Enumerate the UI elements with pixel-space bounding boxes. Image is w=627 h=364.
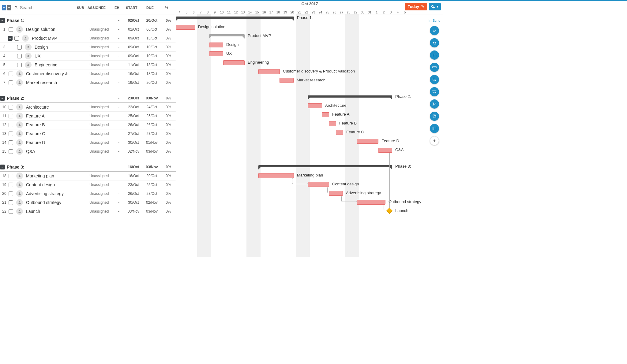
expand-all-button[interactable]: ＋ (2, 5, 6, 10)
undo-button[interactable] (430, 38, 439, 47)
assignee-avatar[interactable] (25, 44, 32, 50)
assignee-avatar[interactable] (16, 139, 23, 146)
task-row[interactable]: －Product MVPUnassigned-09/Oct13/Oct0% (0, 34, 176, 43)
zoom-button[interactable] (430, 75, 439, 84)
baseline-button[interactable] (430, 50, 439, 60)
assignee-avatar[interactable] (22, 35, 29, 42)
fit-button[interactable] (430, 87, 439, 96)
task-checkbox[interactable] (9, 191, 13, 196)
task-row[interactable]: 15Q&AUnassigned-02/Nov03/Nov0% (0, 147, 176, 156)
gantt-task-bar[interactable] (329, 121, 336, 126)
assignee-avatar[interactable] (16, 70, 23, 77)
ruler-button[interactable] (430, 63, 439, 72)
task-row[interactable]: 5EngineeringUnassigned-11/Oct13/Oct0% (0, 61, 176, 69)
gantt-group-bar[interactable] (258, 165, 392, 167)
task-row[interactable]: 20Advertising strategyUnassigned-26/Oct2… (0, 189, 176, 198)
task-row[interactable]: 11Feature AUnassigned-25/Oct25/Oct0% (0, 112, 176, 121)
task-checkbox[interactable] (17, 63, 22, 67)
assignee-avatar[interactable] (16, 26, 23, 33)
gantt-task-bar[interactable] (258, 69, 280, 74)
gantt-chart[interactable]: Today ▼ Oct 2017 45678910111213141516171… (176, 1, 443, 257)
gantt-task-bar[interactable] (378, 148, 392, 153)
collapse-all-button[interactable]: － (7, 5, 11, 10)
task-row[interactable]: 21Outbound strategyUnassigned-30/Oct02/N… (0, 198, 176, 207)
task-checkbox[interactable] (9, 183, 13, 187)
col-pct[interactable]: % (159, 5, 174, 10)
collapse-icon[interactable]: － (0, 96, 5, 101)
task-row[interactable]: 7Market researchUnassigned-19/Oct20/Oct0… (0, 78, 176, 87)
task-checkbox[interactable] (14, 36, 19, 41)
task-checkbox[interactable] (9, 149, 13, 154)
col-eh[interactable]: EH (111, 5, 122, 10)
dependencies-button[interactable] (430, 99, 439, 109)
assignee-avatar[interactable] (16, 181, 23, 188)
task-row[interactable]: 1Design solutionUnassigned-02/Oct06/Oct0… (0, 25, 176, 34)
gantt-task-bar[interactable] (176, 25, 195, 30)
task-row[interactable]: 19Content designUnassigned-23/Oct25/Oct0… (0, 180, 176, 189)
gantt-group-bar[interactable] (176, 17, 294, 19)
assignee-avatar[interactable] (16, 190, 23, 197)
col-start[interactable]: START (122, 5, 141, 10)
assignee-avatar[interactable] (16, 79, 23, 86)
assignee-avatar[interactable] (16, 121, 23, 128)
assignee-avatar[interactable] (25, 61, 32, 68)
collapse-icon[interactable]: － (0, 18, 5, 23)
assignee-avatar[interactable] (16, 113, 23, 119)
task-row[interactable]: 18Marketing planUnassigned-16/Oct20/Oct0… (0, 172, 176, 180)
copy-button[interactable] (430, 112, 439, 121)
assignee-avatar[interactable] (16, 148, 23, 155)
gantt-task-bar[interactable] (308, 182, 329, 187)
task-row[interactable]: 12Feature BUnassigned-26/Oct26/Oct0% (0, 121, 176, 129)
task-checkbox[interactable] (9, 200, 13, 205)
gantt-task-bar[interactable] (357, 139, 378, 144)
task-checkbox[interactable] (9, 27, 13, 32)
gantt-task-bar[interactable] (258, 173, 294, 178)
task-row[interactable]: 3DesignUnassigned-09/Oct10/Oct0% (0, 43, 176, 52)
group-row[interactable]: －Phase 3:-16/Oct03/Nov0% (0, 163, 176, 172)
group-row[interactable]: －Phase 1:-02/Oct20/Oct0% (0, 16, 176, 25)
task-checkbox[interactable] (9, 80, 13, 85)
assignee-avatar[interactable] (16, 130, 23, 137)
gantt-task-bar[interactable] (209, 51, 223, 56)
task-checkbox[interactable] (17, 54, 22, 58)
group-row[interactable]: －Phase 2:-23/Oct03/Nov0% (0, 94, 176, 103)
collapse-icon[interactable]: － (8, 36, 13, 41)
task-row[interactable]: 4UXUnassigned-09/Oct10/Oct0% (0, 52, 176, 61)
task-checkbox[interactable] (9, 209, 13, 214)
gantt-subgroup-bar[interactable] (209, 34, 245, 36)
search-input[interactable] (20, 5, 73, 10)
gantt-task-bar[interactable] (357, 200, 385, 205)
col-assignee[interactable]: ASSIGNEE (88, 5, 111, 10)
task-checkbox[interactable] (9, 123, 13, 127)
gantt-task-bar[interactable] (336, 130, 343, 135)
gantt-task-bar[interactable] (280, 78, 294, 83)
assignee-avatar[interactable] (16, 173, 23, 179)
apply-button[interactable] (430, 26, 439, 35)
map-button[interactable] (430, 124, 439, 133)
assignee-avatar[interactable] (25, 53, 32, 59)
gantt-task-bar[interactable] (322, 112, 329, 117)
task-row[interactable]: 13Feature CUnassigned-27/Oct27/Oct0% (0, 129, 176, 138)
assignee-avatar[interactable] (16, 199, 23, 206)
task-checkbox[interactable] (9, 174, 13, 178)
collapse-icon[interactable]: － (0, 165, 5, 169)
col-due[interactable]: DUE (141, 5, 159, 10)
task-checkbox[interactable] (9, 140, 13, 145)
task-checkbox[interactable] (9, 132, 13, 136)
task-row[interactable]: 22LaunchUnassigned-03/Nov03/Nov0% (0, 207, 176, 216)
gantt-task-bar[interactable] (329, 191, 343, 196)
gantt-milestone[interactable] (386, 208, 392, 214)
task-row[interactable]: 10ArchitectureUnassigned-23/Oct24/Oct0% (0, 103, 176, 112)
gantt-task-bar[interactable] (308, 103, 322, 108)
assignee-avatar[interactable] (16, 104, 23, 110)
task-row[interactable]: 6Customer discovery & ...Unassigned-16/O… (0, 69, 176, 78)
task-row[interactable]: 14Feature DUnassigned-30/Oct01/Nov0% (0, 138, 176, 147)
task-checkbox[interactable] (9, 105, 13, 110)
col-sub[interactable]: SUB (73, 5, 88, 10)
assignee-avatar[interactable] (16, 208, 23, 215)
scroll-top-button[interactable] (430, 136, 439, 145)
gantt-task-bar[interactable] (223, 60, 245, 65)
gantt-group-bar[interactable] (308, 95, 392, 98)
gantt-task-bar[interactable] (209, 43, 223, 47)
task-checkbox[interactable] (17, 45, 22, 50)
